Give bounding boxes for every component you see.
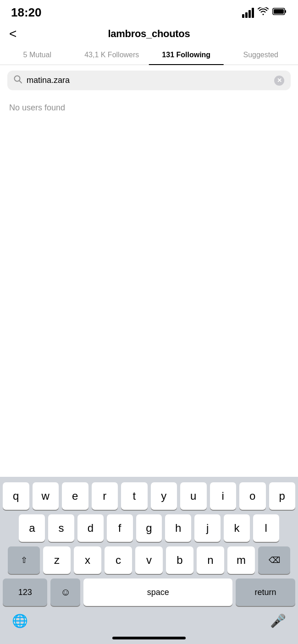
status-time: 18:20 [11, 5, 42, 20]
key-space[interactable]: space [83, 579, 232, 606]
search-clear-button[interactable]: ✕ [274, 76, 284, 86]
key-l[interactable]: l [253, 514, 279, 542]
key-d[interactable]: d [77, 514, 104, 542]
tab-following[interactable]: 131 Following [149, 44, 224, 65]
signal-icon [242, 8, 254, 18]
key-c[interactable]: c [105, 546, 132, 574]
status-bar: 18:20 [0, 0, 298, 23]
key-t[interactable]: t [121, 482, 148, 510]
key-backspace[interactable]: ⌫ [258, 546, 290, 574]
key-f[interactable]: f [107, 514, 133, 542]
page-title: lambros_choutos [108, 28, 190, 40]
nav-header: < lambros_choutos [0, 23, 298, 44]
key-u[interactable]: u [180, 482, 207, 510]
microphone-icon[interactable]: 🎤 [270, 613, 286, 628]
key-b[interactable]: b [166, 546, 193, 574]
key-s[interactable]: s [48, 514, 74, 542]
svg-line-4 [19, 81, 22, 83]
key-numbers[interactable]: 123 [3, 579, 47, 606]
battery-icon [272, 7, 287, 18]
tab-mutual[interactable]: 5 Mutual [0, 44, 75, 65]
key-o[interactable]: o [239, 482, 266, 510]
key-e[interactable]: e [62, 482, 88, 510]
key-q[interactable]: q [3, 482, 29, 510]
tab-followers[interactable]: 43,1 K Followers [75, 44, 149, 65]
key-w[interactable]: w [33, 482, 59, 510]
wifi-icon [258, 7, 269, 18]
key-i[interactable]: i [210, 482, 237, 510]
status-icons [242, 7, 287, 18]
key-shift[interactable]: ⇧ [8, 546, 40, 574]
back-button[interactable]: < [9, 27, 17, 40]
tabs-bar: 5 Mutual 43,1 K Followers 131 Following … [0, 44, 298, 65]
svg-rect-2 [274, 9, 284, 14]
key-emoji[interactable]: ☺ [50, 579, 80, 606]
key-h[interactable]: h [165, 514, 191, 542]
key-x[interactable]: x [74, 546, 101, 574]
home-indicator [112, 637, 186, 639]
key-y[interactable]: y [151, 482, 177, 510]
key-j[interactable]: j [194, 514, 221, 542]
key-g[interactable]: g [136, 514, 162, 542]
keyboard-bottom-bar: 🌐 🎤 [3, 611, 295, 635]
svg-rect-1 [285, 10, 286, 13]
globe-icon[interactable]: 🌐 [12, 613, 28, 628]
keyboard-row-1: q w e r t y u i o p [3, 482, 295, 510]
search-input[interactable] [27, 76, 270, 85]
keyboard-row-3: ⇧ z x c v b n m ⌫ [3, 546, 295, 574]
no-users-message: No users found [0, 96, 298, 120]
key-r[interactable]: r [92, 482, 118, 510]
search-icon [14, 75, 22, 86]
keyboard: q w e r t y u i o p a s d f g h j k l ⇧ … [0, 477, 298, 644]
key-m[interactable]: m [227, 546, 255, 574]
key-n[interactable]: n [197, 546, 224, 574]
tab-suggested[interactable]: Suggested [224, 44, 298, 65]
keyboard-row-2: a s d f g h j k l [3, 514, 295, 542]
key-k[interactable]: k [224, 514, 250, 542]
key-return[interactable]: return [236, 579, 295, 606]
key-a[interactable]: a [19, 514, 45, 542]
keyboard-row-bottom: 123 ☺ space return [3, 579, 295, 606]
key-z[interactable]: z [43, 546, 71, 574]
content-area [0, 120, 298, 303]
key-p[interactable]: p [269, 482, 296, 510]
key-v[interactable]: v [135, 546, 163, 574]
search-container: ✕ [0, 65, 298, 96]
search-bar: ✕ [7, 71, 291, 90]
